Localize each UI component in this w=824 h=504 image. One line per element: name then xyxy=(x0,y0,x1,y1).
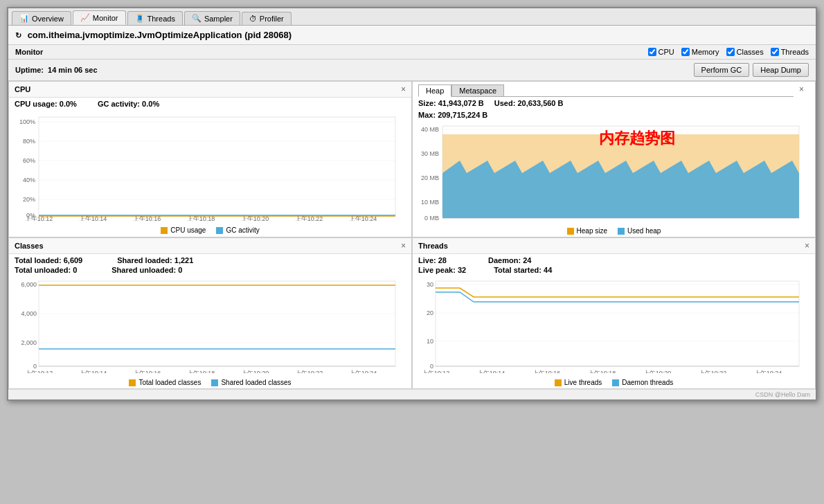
threads-panel-header: Threads × xyxy=(413,238,815,254)
shared-loaded-label: Shared loaded: xyxy=(117,256,172,264)
svg-text:40%: 40% xyxy=(23,177,35,183)
threads-panel-title: Threads xyxy=(418,242,448,250)
cpu-panel-title: CPU xyxy=(15,85,30,93)
live-peak-stat: Live peak: 32 xyxy=(418,266,466,274)
svg-text:上午10:18: 上午10:18 xyxy=(588,370,616,373)
classes-row1: Total loaded: 6,609 Shared loaded: 1,221 xyxy=(15,256,406,264)
gc-activity-value: 0.0% xyxy=(142,100,159,108)
live-threads-legend-label: Live threads xyxy=(564,379,602,386)
heap-chart-area: 内存趋势图 40 MB 30 MB 20 MB 10 MB 0 MB xyxy=(413,121,815,225)
svg-text:上午10:24: 上午10:24 xyxy=(349,215,377,221)
classes-checkbox-item[interactable]: Classes xyxy=(726,48,764,56)
total-unloaded-label: Total unloaded: xyxy=(15,266,71,274)
svg-text:上午10:20: 上午10:20 xyxy=(241,370,269,373)
heap-size-value: 41,943,072 B xyxy=(438,99,484,107)
threads-legend: Live threads Daemon threads xyxy=(413,377,815,388)
cpu-checkbox-item[interactable]: CPU xyxy=(648,48,674,56)
cpu-panel-close[interactable]: × xyxy=(401,84,406,94)
perform-gc-button[interactable]: Perform GC xyxy=(694,63,750,77)
gc-activity-legend-color xyxy=(216,227,223,234)
classes-checkbox[interactable] xyxy=(726,48,735,56)
cpu-checkbox-label: CPU xyxy=(659,48,674,56)
heap-size-legend-color xyxy=(567,228,574,235)
total-loaded-legend-label: Total loaded classes xyxy=(138,379,201,386)
tab-monitor[interactable]: 📈 Monitor xyxy=(73,10,126,25)
threads-stats: Live: 28 Daemon: 24 Live peak: 32 Total … xyxy=(413,254,815,276)
heap-panel: Heap Metaspace × Size: 41,943,072 B Used… xyxy=(412,81,816,237)
overview-icon: 📊 xyxy=(19,14,29,23)
heap-used-value: 20,633,560 B xyxy=(517,99,563,107)
svg-text:0: 0 xyxy=(33,363,37,370)
memory-checkbox-item[interactable]: Memory xyxy=(681,48,719,56)
heap-panel-close[interactable]: × xyxy=(794,84,809,97)
total-unloaded-value: 0 xyxy=(73,266,77,274)
daemon-threads-legend-color xyxy=(612,379,619,386)
cpu-usage-value: 0.0% xyxy=(60,100,77,108)
live-threads-legend-color xyxy=(555,379,562,386)
svg-text:20 MB: 20 MB xyxy=(421,174,439,181)
cpu-usage-stat: CPU usage: 0.0% xyxy=(15,100,77,108)
shared-loaded-stat: Shared loaded: 1,221 xyxy=(117,256,193,264)
svg-text:上午10:16: 上午10:16 xyxy=(133,215,161,221)
heap-tab[interactable]: Heap xyxy=(418,84,451,97)
total-loaded-stat: Total loaded: 6,609 xyxy=(15,256,82,264)
tab-profiler-label: Profiler xyxy=(260,15,284,23)
svg-text:30 MB: 30 MB xyxy=(421,150,439,157)
tab-overview[interactable]: 📊 Overview xyxy=(12,11,71,25)
live-value: 28 xyxy=(438,256,447,264)
live-stat: Live: 28 xyxy=(418,256,447,264)
gc-activity-legend-label: GC activity xyxy=(226,226,259,234)
classes-panel: Classes × Total loaded: 6,609 Shared loa… xyxy=(8,237,412,389)
charts-container: CPU × CPU usage: 0.0% GC activity: 0.0% … xyxy=(8,81,816,389)
metaspace-tab[interactable]: Metaspace xyxy=(451,84,504,97)
threads-checkbox[interactable] xyxy=(771,48,779,56)
uptime-label: Uptime: xyxy=(15,66,44,74)
heap-legend: Heap size Used heap xyxy=(413,225,815,237)
sampler-icon: 🔍 xyxy=(192,14,201,23)
threads-chart-area: 30 20 10 0 xyxy=(413,276,815,377)
total-started-value: 44 xyxy=(544,266,552,274)
tab-profiler[interactable]: ⏱ Profiler xyxy=(242,12,292,25)
classes-checkbox-label: Classes xyxy=(737,48,764,56)
heap-size-legend-label: Heap size xyxy=(577,227,607,235)
svg-text:上午10:18: 上午10:18 xyxy=(187,370,215,373)
cpu-checkbox[interactable] xyxy=(648,48,656,56)
live-threads-legend-item: Live threads xyxy=(555,379,602,386)
tab-monitor-label: Monitor xyxy=(93,14,118,22)
svg-text:上午10:20: 上午10:20 xyxy=(643,370,672,373)
total-loaded-legend-item: Total loaded classes xyxy=(129,379,201,386)
svg-text:0: 0 xyxy=(430,363,433,370)
cpu-chart-svg: 100% 80% 60% 40% 20% 0% xyxy=(15,114,399,221)
cpu-usage-legend-color xyxy=(161,227,168,234)
tab-sampler[interactable]: 🔍 Sampler xyxy=(184,11,240,25)
live-label: Live: xyxy=(418,256,436,264)
svg-text:4,000: 4,000 xyxy=(21,310,37,317)
shared-loaded-legend-item: Shared loaded classes xyxy=(211,379,291,386)
threads-checkbox-item[interactable]: Threads xyxy=(771,48,809,56)
memory-checkbox[interactable] xyxy=(681,48,690,56)
threads-row2: Live peak: 32 Total started: 44 xyxy=(418,266,809,274)
tab-bar: 📊 Overview 📈 Monitor 🧵 Threads 🔍 Sampler… xyxy=(8,8,816,26)
tab-threads[interactable]: 🧵 Threads xyxy=(127,11,183,25)
svg-text:20%: 20% xyxy=(23,196,35,203)
classes-panel-title: Classes xyxy=(15,242,44,250)
classes-panel-close[interactable]: × xyxy=(401,241,406,251)
svg-rect-48 xyxy=(39,281,395,366)
heap-max-label: Max: xyxy=(418,111,436,119)
svg-text:80%: 80% xyxy=(23,138,35,145)
cpu-chart-area: 100% 80% 60% 40% 20% 0% xyxy=(9,110,411,224)
threads-panel-close[interactable]: × xyxy=(805,241,809,251)
heap-dump-button[interactable]: Heap Dump xyxy=(753,63,809,77)
tab-threads-label: Threads xyxy=(147,15,175,23)
total-unloaded-stat: Total unloaded: 0 xyxy=(15,266,77,274)
svg-text:上午10:20: 上午10:20 xyxy=(241,215,269,221)
svg-text:上午10:24: 上午10:24 xyxy=(754,370,782,373)
svg-text:上午10:12: 上午10:12 xyxy=(25,370,53,373)
classes-row2: Total unloaded: 0 Shared unloaded: 0 xyxy=(15,266,406,274)
cpu-stats: CPU usage: 0.0% GC activity: 0.0% xyxy=(9,98,411,110)
svg-rect-12 xyxy=(39,117,395,216)
svg-text:2,000: 2,000 xyxy=(21,339,37,346)
daemon-threads-legend-item: Daemon threads xyxy=(612,379,673,386)
threads-icon: 🧵 xyxy=(135,14,145,23)
daemon-stat: Daemon: 24 xyxy=(488,256,531,264)
